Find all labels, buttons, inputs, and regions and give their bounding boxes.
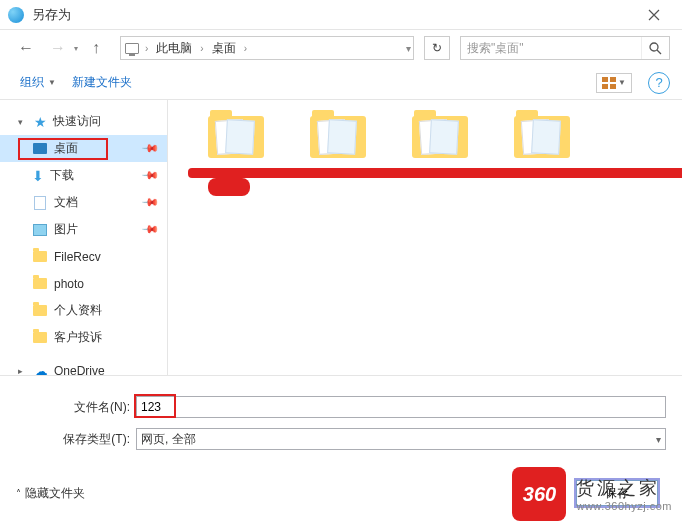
view-options-button[interactable]: ▼ (596, 73, 632, 93)
arrow-left-icon: ← (18, 39, 34, 57)
close-button[interactable] (634, 0, 674, 30)
search-box (460, 36, 670, 60)
new-folder-label: 新建文件夹 (72, 74, 132, 91)
pin-icon: 📌 (140, 139, 159, 158)
sidebar-item-photo[interactable]: photo (0, 270, 167, 297)
sidebar: ▾ ★ 快速访问 桌面 📌 ⬇ 下载 📌 文档 📌 图片 📌 FileRecv (0, 100, 168, 375)
onedrive-icon: ☁ (34, 363, 48, 376)
sidebar-item-label: 下载 (50, 167, 74, 184)
document-icon (32, 195, 48, 211)
breadcrumb-current[interactable]: 桌面 (206, 37, 242, 59)
sidebar-item-label: 图片 (54, 221, 78, 238)
app-icon (8, 7, 24, 23)
help-button[interactable]: ? (648, 72, 670, 94)
sidebar-item-filerecv[interactable]: FileRecv (0, 243, 167, 270)
pc-icon (121, 43, 143, 54)
chevron-right-icon: › (242, 43, 249, 54)
chevron-right-icon: › (143, 43, 150, 54)
window-title: 另存为 (32, 6, 634, 24)
folder-item[interactable] (514, 110, 570, 158)
refresh-button[interactable]: ↻ (424, 36, 450, 60)
savetype-value: 网页, 全部 (141, 431, 196, 448)
help-icon: ? (655, 75, 662, 90)
arrow-right-icon: → (50, 39, 66, 57)
folder-item[interactable] (412, 110, 468, 158)
sidebar-item-pictures[interactable]: 图片 📌 (0, 216, 167, 243)
chevron-down-icon: ▾ (656, 434, 661, 445)
folder-icon (32, 276, 48, 292)
onedrive-label: OneDrive (54, 364, 105, 376)
refresh-icon: ↻ (432, 41, 442, 55)
sidebar-item-label: 文档 (54, 194, 78, 211)
sidebar-item-documents[interactable]: 文档 📌 (0, 189, 167, 216)
breadcrumb[interactable]: › 此电脑 › 桌面 › ▾ (120, 36, 414, 60)
sidebar-item-label: photo (54, 277, 84, 291)
folder-icon (32, 303, 48, 319)
breadcrumb-dropdown[interactable]: ▾ (404, 43, 413, 54)
sidebar-item-label: 个人资料 (54, 302, 102, 319)
folder-icon (32, 249, 48, 265)
back-button[interactable]: ← (12, 34, 40, 62)
search-button[interactable] (641, 37, 669, 59)
filename-label: 文件名(N): (16, 399, 136, 416)
quick-access-label: 快速访问 (53, 113, 101, 130)
picture-icon (32, 222, 48, 238)
pin-icon: 📌 (140, 220, 159, 239)
sidebar-item-label: 桌面 (54, 140, 78, 157)
watermark-title: 货源之家 (576, 476, 672, 500)
forward-button[interactable]: → (44, 34, 72, 62)
chevron-right-icon: › (198, 43, 205, 54)
chevron-down-icon: ▼ (618, 78, 626, 87)
hide-folders-label: 隐藏文件夹 (25, 485, 85, 502)
star-icon: ★ (34, 114, 47, 130)
redaction-bar (188, 168, 682, 178)
chevron-down-icon: ▼ (48, 78, 56, 87)
sidebar-item-label: FileRecv (54, 250, 101, 264)
desktop-icon (32, 141, 48, 157)
save-form: 文件名(N): 保存类型(T): 网页, 全部 ▾ (0, 375, 682, 468)
expand-icon: ▸ (18, 366, 28, 376)
folder-row (188, 110, 662, 158)
sidebar-item-downloads[interactable]: ⬇ 下载 📌 (0, 162, 167, 189)
view-icon (602, 77, 616, 89)
up-button[interactable]: ↑ (82, 34, 110, 62)
svg-rect-3 (602, 84, 608, 89)
close-icon (648, 9, 660, 21)
search-icon (649, 42, 662, 55)
toolbar: 组织 ▼ 新建文件夹 ▼ ? (0, 66, 682, 100)
pin-icon: 📌 (140, 193, 159, 212)
sidebar-item-personal[interactable]: 个人资料 (0, 297, 167, 324)
sidebar-item-label: 客户投诉 (54, 329, 102, 346)
filename-input[interactable] (136, 396, 666, 418)
svg-point-0 (650, 43, 658, 51)
sidebar-item-desktop[interactable]: 桌面 📌 (0, 135, 167, 162)
organize-label: 组织 (20, 74, 44, 91)
navigation-bar: ← → ▾ ↑ › 此电脑 › 桌面 › ▾ ↻ (0, 30, 682, 66)
watermark-url: www.360hyzj.com (576, 500, 672, 512)
history-dropdown[interactable]: ▾ (74, 44, 78, 53)
savetype-combobox[interactable]: 网页, 全部 ▾ (136, 428, 666, 450)
sidebar-onedrive[interactable]: ▸ ☁ OneDrive (0, 357, 167, 375)
hide-folders-toggle[interactable]: ˄ 隐藏文件夹 (16, 485, 85, 502)
sidebar-quick-access[interactable]: ▾ ★ 快速访问 (0, 108, 167, 135)
watermark: 360 货源之家 www.360hyzj.com (512, 461, 682, 527)
chevron-up-icon: ˄ (16, 488, 21, 499)
svg-rect-4 (610, 84, 616, 89)
savetype-label: 保存类型(T): (16, 431, 136, 448)
arrow-up-icon: ↑ (92, 39, 100, 57)
svg-rect-2 (610, 77, 616, 82)
download-icon: ⬇ (32, 168, 44, 184)
svg-rect-1 (602, 77, 608, 82)
sidebar-item-complaints[interactable]: 客户投诉 (0, 324, 167, 351)
new-folder-button[interactable]: 新建文件夹 (64, 70, 140, 95)
pin-icon: 📌 (140, 166, 159, 185)
search-input[interactable] (461, 37, 641, 59)
breadcrumb-root[interactable]: 此电脑 (150, 37, 198, 59)
watermark-badge: 360 (512, 467, 566, 521)
file-list[interactable] (168, 100, 682, 375)
folder-item[interactable] (208, 110, 264, 158)
folder-item[interactable] (310, 110, 366, 158)
organize-button[interactable]: 组织 ▼ (12, 70, 64, 95)
redaction-bar (208, 178, 250, 196)
expand-icon: ▾ (18, 117, 28, 127)
